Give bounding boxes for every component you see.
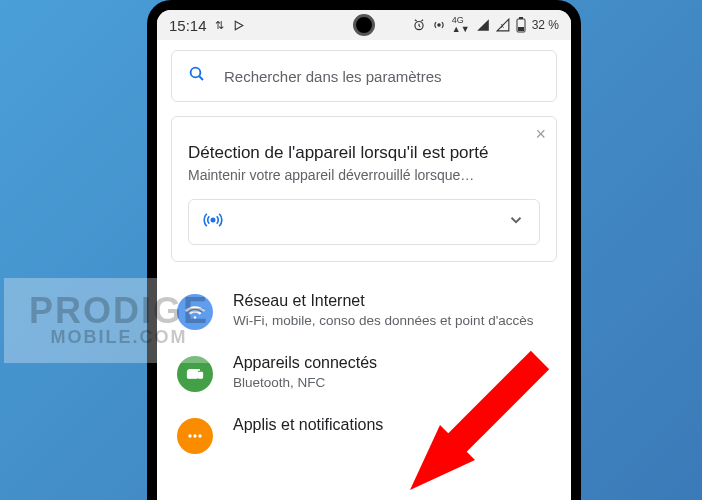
card-subtitle: Maintenir votre appareil déverrouillé lo… (188, 167, 540, 183)
chevron-down-icon (507, 211, 525, 233)
svg-rect-5 (519, 17, 523, 19)
svg-point-12 (188, 435, 191, 438)
svg-marker-0 (235, 21, 243, 30)
screen: 15:14 ⇅ 4G▲▼ x (157, 10, 571, 500)
item-subtitle: Wi-Fi, mobile, conso des données et poin… (233, 312, 551, 330)
battery-icon (516, 17, 526, 33)
card-expand-row[interactable] (188, 199, 540, 245)
settings-item-apps[interactable]: Applis et notifications (171, 404, 557, 466)
svg-text:x: x (500, 22, 504, 29)
alarm-icon (412, 18, 426, 32)
lte-icon: ⇅ (215, 19, 224, 32)
apps-icon (177, 418, 213, 454)
item-title: Applis et notifications (233, 416, 551, 434)
status-bar: 15:14 ⇅ 4G▲▼ x (157, 10, 571, 40)
phone-frame: 15:14 ⇅ 4G▲▼ x (147, 0, 581, 500)
svg-point-2 (438, 24, 440, 26)
status-time: 15:14 (169, 17, 207, 34)
svg-point-7 (191, 68, 201, 78)
svg-rect-6 (518, 27, 524, 31)
camera-cutout (353, 14, 375, 36)
wifi-icon (177, 294, 213, 330)
signal-icon (476, 18, 490, 32)
search-bar[interactable]: Rechercher dans les paramètres (171, 50, 557, 102)
signal-2-icon: x (496, 18, 510, 32)
network-type: 4G▲▼ (452, 16, 470, 34)
svg-point-9 (211, 218, 214, 221)
devices-icon (177, 356, 213, 392)
item-title: Appareils connectés (233, 354, 551, 372)
hotspot-status-icon (432, 18, 446, 32)
settings-item-devices[interactable]: Appareils connectés Bluetooth, NFC (171, 342, 557, 404)
battery-percent: 32 % (532, 18, 559, 32)
play-icon (232, 19, 245, 32)
card-title: Détection de l'appareil lorsqu'il est po… (188, 143, 540, 163)
svg-point-14 (198, 435, 201, 438)
svg-line-8 (199, 76, 203, 80)
suggestion-card[interactable]: × Détection de l'appareil lorsqu'il est … (171, 116, 557, 262)
search-icon (188, 65, 206, 87)
item-subtitle: Bluetooth, NFC (233, 374, 551, 392)
settings-item-network[interactable]: Réseau et Internet Wi-Fi, mobile, conso … (171, 280, 557, 342)
svg-point-13 (193, 435, 196, 438)
settings-list: Réseau et Internet Wi-Fi, mobile, conso … (171, 280, 557, 466)
close-icon[interactable]: × (535, 125, 546, 143)
search-placeholder: Rechercher dans les paramètres (224, 68, 442, 85)
item-title: Réseau et Internet (233, 292, 551, 310)
hotspot-icon (203, 210, 223, 234)
